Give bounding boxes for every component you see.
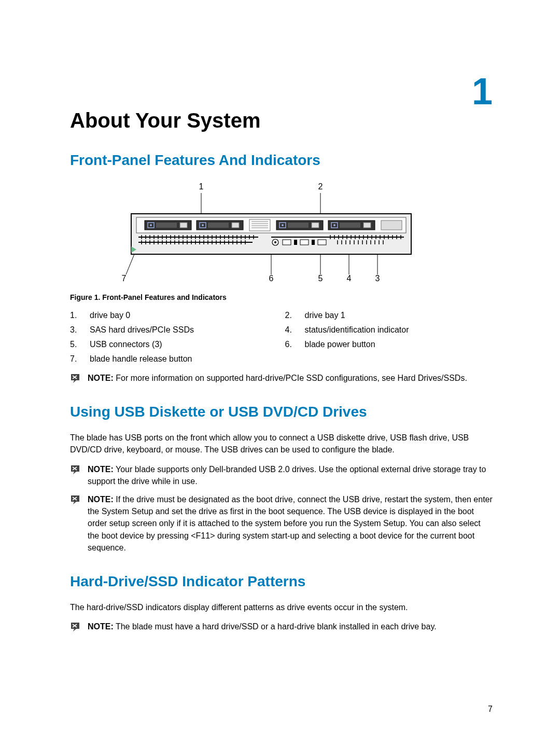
svg-point-6 bbox=[150, 224, 152, 226]
svg-rect-22 bbox=[288, 223, 309, 228]
svg-rect-13 bbox=[232, 223, 239, 228]
callout-num: 6. bbox=[285, 340, 298, 349]
note-icon bbox=[70, 494, 80, 505]
section-heading-front-panel: Front-Panel Features And Indicators bbox=[70, 152, 493, 169]
page-title: About Your System bbox=[70, 109, 493, 132]
svg-rect-29 bbox=[381, 221, 402, 230]
svg-rect-23 bbox=[312, 223, 319, 228]
note-icon bbox=[70, 464, 80, 475]
callout-5: 5 bbox=[318, 274, 323, 283]
callout-text: blade handle release button bbox=[90, 354, 278, 364]
svg-point-11 bbox=[202, 224, 204, 226]
svg-rect-91 bbox=[300, 240, 309, 245]
callout-num: 4. bbox=[285, 325, 298, 335]
callout-list: 1. drive bay 0 2. drive bay 1 3. SAS har… bbox=[70, 311, 493, 364]
callout-7: 7 bbox=[121, 274, 126, 283]
section-heading-hdd: Hard-Drive/SSD Indicator Patterns bbox=[70, 573, 493, 590]
svg-point-26 bbox=[333, 224, 335, 226]
callout-num: 2. bbox=[285, 311, 298, 320]
callout-1: 1 bbox=[199, 182, 203, 191]
note-text: NOTE: The blade must have a hard drive/S… bbox=[88, 621, 437, 632]
svg-rect-93 bbox=[318, 240, 326, 245]
callout-text: USB connectors (3) bbox=[90, 340, 278, 349]
svg-point-88 bbox=[274, 241, 276, 243]
callout-num: 3. bbox=[70, 325, 82, 335]
callout-2: 2 bbox=[318, 182, 323, 191]
figure-caption: Figure 1. Front-Panel Features and Indic… bbox=[70, 293, 493, 301]
page-number: 7 bbox=[488, 705, 493, 714]
svg-line-128 bbox=[126, 254, 134, 274]
svg-marker-131 bbox=[71, 465, 79, 474]
svg-marker-132 bbox=[71, 495, 79, 504]
svg-rect-92 bbox=[312, 240, 315, 245]
note-block: NOTE: For more information on supported … bbox=[70, 372, 493, 384]
callout-3: 3 bbox=[375, 274, 380, 283]
svg-marker-133 bbox=[71, 623, 79, 631]
note-text: NOTE: If the drive must be designated as… bbox=[88, 493, 493, 554]
callout-text: blade power button bbox=[305, 340, 493, 349]
callout-num: 7. bbox=[70, 354, 82, 364]
note-icon bbox=[70, 622, 80, 632]
callout-4: 4 bbox=[346, 274, 351, 283]
body-text: The blade has USB ports on the front whi… bbox=[70, 432, 493, 456]
svg-rect-8 bbox=[180, 223, 187, 228]
section-heading-usb: Using USB Diskette or USB DVD/CD Drives bbox=[70, 404, 493, 420]
note-block: NOTE: Your blade supports only Dell-bran… bbox=[70, 463, 493, 487]
callout-text: drive bay 1 bbox=[305, 311, 493, 320]
svg-point-21 bbox=[282, 224, 284, 226]
note-icon bbox=[70, 373, 80, 383]
svg-marker-130 bbox=[71, 374, 79, 383]
figure-front-panel: 1 2 3 4 5 6 7 bbox=[70, 180, 493, 286]
callout-num: 1. bbox=[70, 311, 82, 320]
svg-rect-14 bbox=[249, 219, 270, 231]
callout-text: drive bay 0 bbox=[90, 311, 278, 320]
svg-rect-28 bbox=[363, 223, 371, 228]
note-block: NOTE: The blade must have a hard drive/S… bbox=[70, 621, 493, 632]
callout-text: SAS hard drives/PCIe SSDs bbox=[90, 325, 278, 335]
body-text: The hard-drive/SSD indicators display di… bbox=[70, 601, 493, 613]
callout-text: status/identification indicator bbox=[305, 325, 493, 335]
chapter-number: 1 bbox=[472, 73, 493, 110]
note-text: NOTE: Your blade supports only Dell-bran… bbox=[88, 463, 493, 487]
svg-rect-89 bbox=[283, 240, 291, 245]
callout-6: 6 bbox=[269, 274, 273, 283]
note-text: NOTE: For more information on supported … bbox=[88, 372, 467, 384]
svg-rect-27 bbox=[340, 223, 360, 228]
callout-num: 5. bbox=[70, 340, 82, 349]
svg-rect-12 bbox=[208, 223, 229, 228]
svg-rect-90 bbox=[294, 240, 297, 245]
svg-rect-7 bbox=[156, 223, 177, 228]
note-block: NOTE: If the drive must be designated as… bbox=[70, 493, 493, 554]
